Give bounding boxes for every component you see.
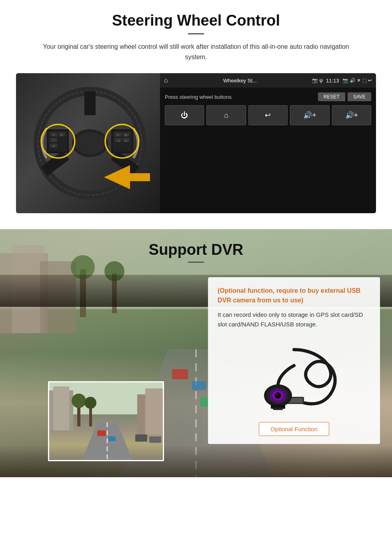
steering-subtitle: Your original car's steering wheel contr… xyxy=(32,42,360,62)
status-time: 11:13 xyxy=(326,78,339,84)
dvr-description: It can record video only to storage in G… xyxy=(218,310,370,329)
svg-text:◎: ◎ xyxy=(125,134,127,136)
svg-rect-41 xyxy=(192,381,206,390)
steering-wheel-svg: + − ↗ ≡ ⬡ ◎ ◁ ▷ xyxy=(26,81,154,205)
svg-rect-64 xyxy=(111,444,119,450)
dvr-title: Support DVR xyxy=(0,229,392,258)
svg-point-49 xyxy=(275,392,281,399)
swc-key-grid: ⏻ ⌂ ↩ 🔊+ 🔊+ xyxy=(165,105,371,125)
save-button[interactable]: SAVE xyxy=(348,92,371,101)
home-icon: ⌂ xyxy=(164,77,168,84)
swc-key-vol-down[interactable]: 🔊+ xyxy=(332,105,371,125)
android-swc-content: Press steering wheel buttons RESET SAVE … xyxy=(160,88,376,213)
svg-text:↗: ↗ xyxy=(52,145,55,148)
swc-header: Press steering wheel buttons RESET SAVE xyxy=(165,92,371,101)
svg-point-59 xyxy=(84,397,96,409)
svg-rect-68 xyxy=(149,436,161,443)
dvr-info-card: (Optional function, require to buy exter… xyxy=(208,277,380,444)
app-name-label: Wheelkey St... xyxy=(171,78,309,84)
dvr-title-divider xyxy=(188,262,204,263)
dashcam-footage-svg xyxy=(49,382,164,461)
steering-title: Steering Wheel Control xyxy=(16,12,376,29)
svg-point-57 xyxy=(72,394,86,408)
svg-text:⬡: ⬡ xyxy=(117,134,119,136)
svg-text:+: + xyxy=(53,133,55,137)
steering-composite-image: + − ↗ ≡ ⬡ ◎ ◁ ▷ xyxy=(16,73,376,213)
dvr-camera-image xyxy=(218,336,370,416)
dvr-section: Support DVR (Optional function, require … xyxy=(0,229,392,477)
svg-text:≡: ≡ xyxy=(61,134,62,136)
title-divider xyxy=(188,33,204,34)
dvr-optional-text: (Optional function, require to buy exter… xyxy=(218,286,370,305)
dashcam-thumbnail xyxy=(48,381,164,461)
svg-marker-29 xyxy=(104,165,150,189)
svg-text:−: − xyxy=(53,139,55,142)
svg-rect-66 xyxy=(145,388,164,434)
svg-rect-52 xyxy=(273,408,283,410)
svg-point-50 xyxy=(276,394,278,395)
svg-rect-55 xyxy=(53,386,69,430)
swc-btn-group: RESET SAVE xyxy=(318,92,371,101)
optional-function-button[interactable]: Optional Function xyxy=(259,422,329,436)
reset-button[interactable]: RESET xyxy=(318,92,345,101)
android-screen: ⌂ Wheelkey St... 📷 ψ 11:13 📷 🔊 ✕ ⬚ ↩ Pre… xyxy=(160,73,376,213)
steering-section: Steering Wheel Control Your original car… xyxy=(0,0,392,229)
dvr-camera-svg xyxy=(238,338,350,414)
svg-point-6 xyxy=(75,132,105,154)
svg-rect-63 xyxy=(108,436,116,441)
status-right-icons: 📷 🔊 ✕ ⬚ ↩ xyxy=(342,78,372,83)
svg-rect-62 xyxy=(97,430,106,436)
steering-wheel-photo: + − ↗ ≡ ⬡ ◎ ◁ ▷ xyxy=(16,73,164,213)
status-icons: 📷 ψ xyxy=(312,78,323,83)
android-statusbar: ⌂ Wheelkey St... 📷 ψ 11:13 📷 🔊 ✕ ⬚ ↩ xyxy=(160,73,376,88)
swc-key-home[interactable]: ⌂ xyxy=(206,105,246,125)
swc-key-power[interactable]: ⏻ xyxy=(165,105,204,125)
swc-prompt: Press steering wheel buttons xyxy=(165,94,232,100)
svg-rect-67 xyxy=(135,434,147,442)
swc-key-back[interactable]: ↩ xyxy=(248,105,288,125)
swc-key-vol-up[interactable]: 🔊+ xyxy=(290,105,329,125)
svg-rect-40 xyxy=(172,369,188,379)
